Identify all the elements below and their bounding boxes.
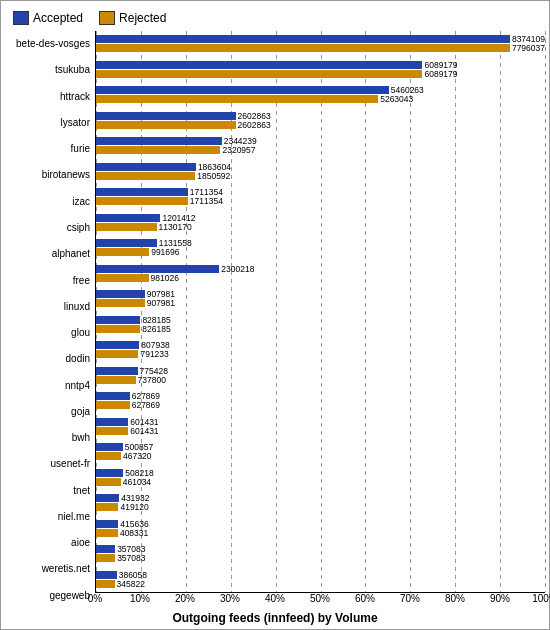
accepted-bar (96, 571, 117, 579)
y-label: weretis.net (5, 564, 93, 574)
bar-row: 17113541711354 (96, 184, 545, 210)
rejected-bar (96, 580, 115, 588)
y-label: niel.me (5, 512, 93, 522)
rejected-value: 907981 (147, 298, 175, 308)
y-label: alphanet (5, 249, 93, 259)
rejected-bar (96, 44, 510, 52)
rejected-value: 991696 (151, 247, 179, 257)
rejected-bar-line: 419120 (96, 503, 545, 512)
accepted-bar (96, 443, 123, 451)
bar-row: 54602635263043 (96, 82, 545, 108)
rejected-value: 6089179 (424, 69, 457, 79)
bar-row: 2300218981026 (96, 261, 545, 287)
x-tick: 60% (355, 593, 375, 604)
accepted-bar (96, 86, 389, 94)
rejected-bar-line: 6089179 (96, 69, 545, 78)
accepted-bar-line: 8374109 (96, 35, 545, 44)
rejected-value: 467320 (123, 451, 151, 461)
accepted-bar (96, 61, 422, 69)
rejected-bar (96, 223, 157, 231)
rejected-bar (96, 95, 378, 103)
accepted-label: Accepted (33, 11, 83, 25)
rejected-bar (96, 197, 188, 205)
rejected-bar (96, 503, 118, 511)
bar-row: 627869627869 (96, 388, 545, 414)
y-label: csiph (5, 223, 93, 233)
rejected-bar (96, 452, 121, 460)
accepted-bar (96, 265, 219, 273)
rejected-bar (96, 146, 220, 154)
accepted-bar-line: 508218 (96, 468, 545, 477)
rejected-bar (96, 478, 121, 486)
bar-row: 12014121130170 (96, 210, 545, 236)
x-axis-title: Outgoing feeds (innfeed) by Volume (5, 611, 545, 625)
accepted-bar (96, 367, 138, 375)
x-tick: 0% (88, 593, 102, 604)
rejected-bar (96, 70, 422, 78)
bar-row: 1131558991696 (96, 235, 545, 261)
rejected-bar-line: 7796037 (96, 44, 545, 53)
accepted-bar-line: 627869 (96, 392, 545, 401)
rejected-bar-line: 737800 (96, 375, 545, 384)
rejected-bar (96, 299, 145, 307)
x-tick: 80% (445, 593, 465, 604)
bar-row: 431932419120 (96, 490, 545, 516)
bar-row: 60891796089179 (96, 57, 545, 83)
rejected-bar (96, 376, 136, 384)
x-tick: 30% (220, 593, 240, 604)
y-label: birotanews (5, 170, 93, 180)
y-label: httrack (5, 92, 93, 102)
accepted-bar (96, 188, 188, 196)
accepted-bar-line: 2602863 (96, 111, 545, 120)
y-label: aioe (5, 538, 93, 548)
rejected-bar-line: 791233 (96, 350, 545, 359)
accepted-bar-line: 386058 (96, 570, 545, 579)
rejected-bar (96, 248, 149, 256)
bar-row: 807938791233 (96, 337, 545, 363)
chart-container: Accepted Rejected bete-des-vosgestsukuba… (0, 0, 550, 630)
x-tick: 10% (130, 593, 150, 604)
rejected-value: 461034 (123, 477, 151, 487)
legend-rejected: Rejected (99, 11, 166, 25)
y-label: tnet (5, 486, 93, 496)
bar-row: 500857467320 (96, 439, 545, 465)
rejected-bar-line: 357083 (96, 554, 545, 563)
rejected-value: 2602863 (238, 120, 271, 130)
bars-and-values: 8374109779603760891796089179546026352630… (95, 31, 545, 593)
x-tick: 20% (175, 593, 195, 604)
rejected-bar-line: 461034 (96, 477, 545, 486)
rejected-bar-line: 5263043 (96, 95, 545, 104)
rejected-bar (96, 274, 149, 282)
rejected-bar-line: 467320 (96, 452, 545, 461)
accepted-bar (96, 545, 115, 553)
rejected-value: 981026 (151, 273, 179, 283)
accepted-bar (96, 469, 123, 477)
rejected-bar-line: 826185 (96, 324, 545, 333)
bar-row: 907981907981 (96, 286, 545, 312)
grid-line (545, 31, 546, 592)
rejected-bar-line: 991696 (96, 248, 545, 257)
accepted-bar-line: 1711354 (96, 188, 545, 197)
y-label: linuxd (5, 302, 93, 312)
rejected-bar-line: 1850592 (96, 171, 545, 180)
rejected-bar-line: 2602863 (96, 120, 545, 129)
accepted-bar-line: 6089179 (96, 60, 545, 69)
y-label: glou (5, 328, 93, 338)
rejected-value: 627869 (132, 400, 160, 410)
bar-row: 357083357083 (96, 541, 545, 567)
bars-section: bete-des-vosgestsukubahttracklysatorfuri… (5, 31, 545, 609)
rejected-bar-line: 345822 (96, 579, 545, 588)
rejected-value: 5263043 (380, 94, 413, 104)
y-labels: bete-des-vosgestsukubahttracklysatorfuri… (5, 31, 95, 609)
legend-accepted: Accepted (13, 11, 83, 25)
accepted-bar (96, 35, 510, 43)
y-label: lysator (5, 118, 93, 128)
accepted-value: 2300218 (221, 264, 254, 274)
accepted-bar (96, 163, 196, 171)
bar-row: 26028632602863 (96, 108, 545, 134)
bar-row: 828185826185 (96, 312, 545, 338)
accepted-bar (96, 239, 157, 247)
bar-row: 83741097796037 (96, 31, 545, 57)
rejected-bar-line: 601431 (96, 426, 545, 435)
y-label: usenet-fr (5, 459, 93, 469)
